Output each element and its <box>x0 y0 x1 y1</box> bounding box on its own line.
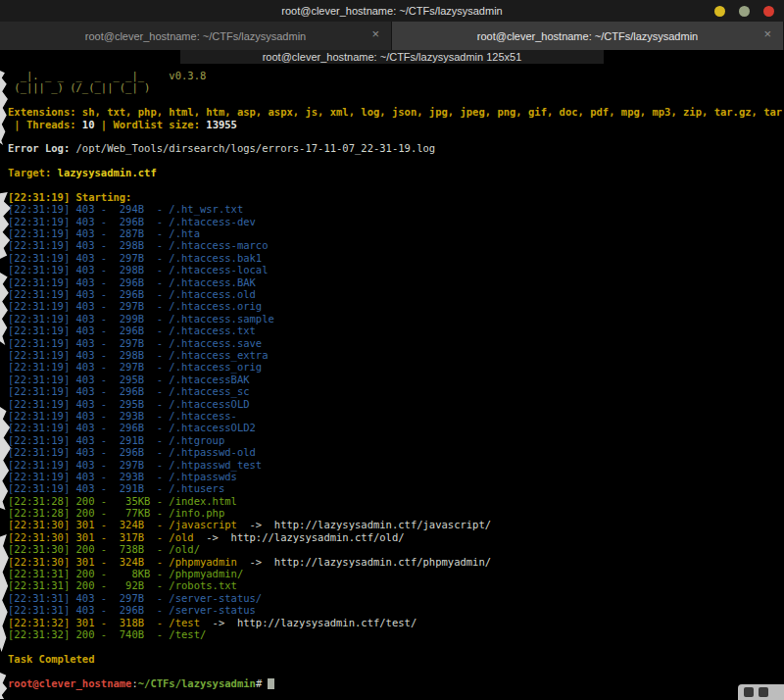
result-row: [22:31:30] 200 - 738B - /old/ <box>8 543 784 555</box>
tab-label: root@clever_hostname: ~/CTFs/lazysysadmi… <box>85 30 306 42</box>
terminal-screen[interactable]: _|. _ _ _ _ _ _|_ v0.3.8 (_||| _) (/_(_|… <box>0 50 784 700</box>
redirect-url: -> http://lazysysadmin.ctf/phpmyadmin/ <box>237 556 491 568</box>
window-controls <box>714 0 774 22</box>
result-row: [22:31:19] 403 - 291B - /.htgroup <box>8 434 784 446</box>
result-row: [22:31:19] 403 - 291B - /.htusers <box>8 482 784 494</box>
result-row: [22:31:19] 403 - 297B - /.htpasswd_test <box>8 459 784 471</box>
result-row: [22:31:30] 301 - 324B - /phpmyadmin -> h… <box>8 556 784 568</box>
tab-label: root@clever_hostname: ~/CTFs/lazysysadmi… <box>477 30 698 42</box>
prompt-user-host: root@clever_hostname <box>8 677 131 689</box>
blank-line <box>8 130 784 142</box>
tab-close-icon[interactable]: × <box>763 27 771 40</box>
close-button[interactable] <box>763 6 774 17</box>
terminal-tab-1[interactable]: root@clever_hostname: ~/CTFs/lazysysadmi… <box>0 22 392 50</box>
result-row: [22:31:31] 200 - 8KB - /phpmyadmin/ <box>8 568 784 579</box>
redirect-url: -> http://lazysysadmin.ctf/test/ <box>200 617 416 628</box>
result-row: [22:31:19] 403 - 296B - /.htaccess_sc <box>8 385 784 397</box>
blank-line <box>8 179 784 191</box>
shell-prompt: root@clever_hostname:~/CTFs/lazysysadmin… <box>8 677 784 689</box>
result-row: [22:31:19] 403 - 295B - /.htaccessOLD <box>8 398 784 410</box>
result-row: [22:31:19] 403 - 296B - /.htaccess.txt <box>8 325 784 336</box>
window-title: root@clever_hostname: ~/CTFs/lazysysadmi… <box>281 5 502 17</box>
target-label: Target: <box>8 167 58 178</box>
result-row: [22:31:28] 200 - 77KB - /info.php <box>8 507 784 519</box>
result-row: [22:31:19] 403 - 296B - /.htaccess.BAK <box>8 276 784 288</box>
result-row: [22:31:19] 403 - 299B - /.htaccess.sampl… <box>8 313 784 325</box>
target-value: lazysysadmin.ctf <box>58 167 157 178</box>
result-row: [22:31:19] 403 - 297B - /.htaccess.orig <box>8 300 784 312</box>
threads-label: | Threads: <box>8 119 82 130</box>
minimize-button[interactable] <box>714 6 725 17</box>
error-log-line: Error Log: /opt/Web_Tools/dirsearch/logs… <box>8 142 784 154</box>
result-row: [22:31:19] 403 - 298B - /.htaccess-marco <box>8 239 784 251</box>
tab-bar: root@clever_hostname: ~/CTFs/lazysysadmi… <box>0 22 784 50</box>
panel-button-2[interactable] <box>759 687 768 697</box>
result-row: [22:31:30] 301 - 324B - /javascript -> h… <box>8 519 784 530</box>
config-line-threads: | Threads: 10 | Wordlist size: 13955 <box>8 119 784 130</box>
terminal-cursor <box>268 678 274 689</box>
dirsearch-logo-line1: _|. _ _ _ _ _ _|_ v0.3.8 <box>8 70 784 81</box>
result-row: [22:31:19] 403 - 296B - /.htaccessOLD2 <box>8 422 784 433</box>
result-row: [22:31:19] 403 - 294B - /.ht_wsr.txt <box>8 203 784 215</box>
error-log-path: /opt/Web_Tools/dirsearch/logs/errors-17-… <box>76 142 436 154</box>
geometry-osd: root@clever_hostname: ~/CTFs/lazysysadmi… <box>180 50 604 64</box>
prompt-path: ~/CTFs/lazysysadmin <box>138 677 256 689</box>
result-row: [22:31:31] 200 - 92B - /robots.txt <box>8 579 784 591</box>
result-row: [22:31:32] 200 - 740B - /test/ <box>8 628 784 640</box>
threads-value: 10 <box>82 119 95 130</box>
task-completed-line: Task Completed <box>8 653 784 665</box>
target-line: Target: lazysysadmin.ctf <box>8 167 784 178</box>
results-list: [22:31:19] 403 - 294B - /.ht_wsr.txt[22:… <box>8 203 784 640</box>
result-row: [22:31:19] 403 - 296B - /.htaccess-dev <box>8 216 784 227</box>
wordlist-label: | Wordlist size: <box>95 119 207 130</box>
panel-fragment <box>738 684 784 700</box>
error-log-label: Error Log: <box>8 142 76 154</box>
tab-close-icon[interactable]: × <box>371 27 379 40</box>
maximize-button[interactable] <box>739 6 750 17</box>
result-row: [22:31:19] 403 - 297B - /.htaccess.bak1 <box>8 252 784 264</box>
result-row: [22:31:19] 403 - 298B - /.htaccess-local <box>8 264 784 275</box>
redirect-url: -> http://lazysysadmin.ctf/old/ <box>194 531 405 543</box>
blank-line <box>8 94 784 106</box>
result-row: [22:31:19] 403 - 297B - /.htaccess_orig <box>8 361 784 373</box>
redirect-url: -> http://lazysysadmin.ctf/javascript/ <box>237 519 491 530</box>
blank-line <box>8 640 784 652</box>
result-row: [22:31:31] 403 - 297B - /server-status/ <box>8 592 784 604</box>
result-row: [22:31:19] 403 - 297B - /.htaccess.save <box>8 337 784 349</box>
dirsearch-logo-line2: (_||| _) (/_(_|| (_| ) <box>8 81 784 93</box>
panel-button-1[interactable] <box>744 687 754 697</box>
extensions-label: Extensions: <box>8 106 82 118</box>
result-row: [22:31:31] 403 - 296B - /server-status <box>8 604 784 616</box>
result-row: [22:31:19] 403 - 293B - /.htpasswds <box>8 471 784 482</box>
extensions-value: sh, txt, php, html, htm, asp, aspx, js, … <box>82 106 782 118</box>
config-line-extensions: Extensions: sh, txt, php, html, htm, asp… <box>8 106 784 118</box>
window-titlebar: root@clever_hostname: ~/CTFs/lazysysadmi… <box>0 0 784 22</box>
result-row: [22:31:19] 403 - 293B - /.htaccess- <box>8 410 784 422</box>
prompt-symbol: # <box>256 677 262 689</box>
result-row: [22:31:19] 403 - 287B - /.hta <box>8 227 784 239</box>
terminal-tab-2[interactable]: root@clever_hostname: ~/CTFs/lazysysadmi… <box>392 22 784 50</box>
wordlist-value: 13955 <box>206 119 237 130</box>
result-row: [22:31:19] 403 - 296B - /.htaccess.old <box>8 288 784 300</box>
result-row: [22:31:19] 403 - 295B - /.htaccessBAK <box>8 374 784 385</box>
blank-line <box>8 155 784 167</box>
result-row: [22:31:32] 301 - 318B - /test -> http://… <box>8 617 784 628</box>
result-row: [22:31:28] 200 - 35KB - /index.html <box>8 495 784 507</box>
result-row: [22:31:19] 403 - 296B - /.htpasswd-old <box>8 446 784 458</box>
result-row: [22:31:19] 403 - 298B - /.htaccess_extra <box>8 349 784 361</box>
starting-line: [22:31:19] Starting: <box>8 191 784 203</box>
result-row: [22:31:30] 301 - 317B - /old -> http://l… <box>8 531 784 543</box>
blank-line <box>8 665 784 676</box>
